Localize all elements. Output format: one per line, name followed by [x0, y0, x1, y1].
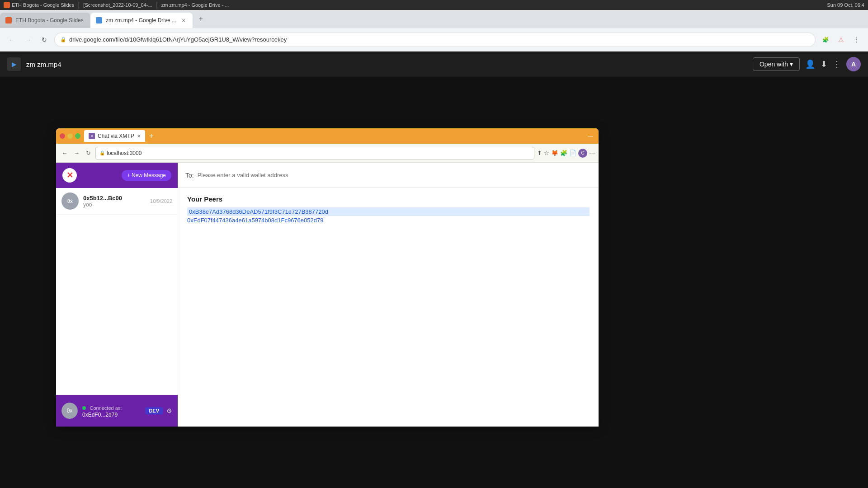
- xmtp-main: To: Your Peers 0xB38e7Ad3768d36DeAD571f9…: [178, 163, 599, 427]
- connected-dot: [82, 406, 86, 410]
- peer-item-2[interactable]: 0xEdF07f447436a4e61a5974b08d1Fc9676e052d…: [187, 216, 590, 225]
- inner-tab-xmtp[interactable]: ✕ Chat via XMTP ✕: [84, 130, 145, 142]
- footer-avatar-img: 0x: [61, 403, 78, 419]
- download-icon[interactable]: ⬇: [821, 59, 827, 69]
- window-controls: [60, 133, 80, 139]
- extensions-icon[interactable]: 🧩: [819, 33, 832, 46]
- dev-badge: DEV: [145, 407, 163, 414]
- inner-forward-button[interactable]: →: [72, 149, 81, 157]
- url-text: drive.google.com/file/d/10GfwIklq61OtNAr…: [69, 36, 287, 43]
- conversation-avatar: 0x: [61, 192, 79, 210]
- tab2-title: zm zm.mp4 - Google Drive ...: [106, 17, 176, 23]
- account-icon[interactable]: 👤: [805, 59, 815, 69]
- chrome-address-bar: ← → ↻ 🔒 drive.google.com/file/d/10GfwIkl…: [0, 28, 868, 52]
- peers-title: Your Peers: [187, 195, 590, 203]
- conversation-item[interactable]: 0x 0x5b12...Bc00 yoo 10/9/2022: [56, 188, 178, 215]
- taskbar-separator2: |: [156, 1, 158, 9]
- chrome-toolbar-right: 🧩 ⚠ ⋮: [819, 33, 863, 46]
- conversation-info: 0x5b12...Bc00 yoo: [83, 195, 146, 208]
- inner-new-tab-button[interactable]: +: [147, 131, 156, 141]
- taskbar-tab2-label[interactable]: [Screenshot_2022-10-09_04-...: [83, 2, 152, 8]
- conversation-name: 0x5b12...Bc00: [83, 195, 146, 202]
- chrome-tab-bar: ETH Bogota - Google Slides zm zm.mp4 - G…: [0, 10, 868, 28]
- inner-back-button[interactable]: ←: [60, 149, 69, 157]
- settings-icon[interactable]: ⚙: [166, 407, 172, 414]
- inner-tab-bar: ✕ Chat via XMTP ✕ +: [84, 130, 582, 142]
- chrome-tab-1[interactable]: ETH Bogota - Google Slides: [0, 13, 90, 28]
- minimize-dot[interactable]: [67, 133, 73, 139]
- conversation-date: 10/9/2022: [150, 198, 172, 204]
- inner-browser-window: ✕ Chat via XMTP ✕ + — ← → ↻ 🔒 localhost:…: [56, 128, 599, 427]
- footer-right: DEV ⚙: [145, 407, 172, 414]
- connected-label: Connected as:: [90, 405, 122, 411]
- drive-content-area: ✕ Chat via XMTP ✕ + — ← → ↻ 🔒 localhost:…: [0, 77, 868, 488]
- lock-icon: 🔒: [60, 37, 66, 42]
- inner-bookmark-icon[interactable]: ☆: [544, 150, 549, 156]
- maximize-dot[interactable]: [75, 133, 80, 139]
- tab2-close-icon[interactable]: ✕: [180, 17, 187, 24]
- chevron-down-icon: ▾: [790, 61, 793, 68]
- footer-address: 0xEdF0...2d79: [82, 412, 141, 418]
- to-input[interactable]: [198, 172, 591, 178]
- to-label: To:: [185, 172, 194, 179]
- reload-button[interactable]: ↻: [38, 33, 51, 46]
- taskbar-left: ETH Bogota - Google Slides | [Screenshot…: [4, 1, 229, 9]
- inner-upload-icon[interactable]: ⬆: [537, 150, 542, 156]
- drive-topbar: ▶ zm zm.mp4 Open with ▾ 👤 ⬇ ⋮ A: [0, 52, 868, 77]
- tab2-favicon: [96, 17, 102, 23]
- xmtp-logo-symbol: ✕: [66, 170, 73, 180]
- more-options-drive-icon[interactable]: ⋮: [833, 59, 841, 69]
- more-options-icon[interactable]: ⋮: [850, 33, 863, 46]
- inner-puzzle-icon[interactable]: 🧩: [560, 150, 567, 156]
- taskbar-datetime: Sun 09 Oct, 06:4: [827, 2, 864, 8]
- warning-icon[interactable]: ⚠: [835, 33, 847, 46]
- avatar-placeholder: 0x: [67, 198, 73, 204]
- inner-tab-title: Chat via XMTP: [98, 133, 134, 139]
- new-message-button[interactable]: + New Message: [122, 170, 171, 181]
- inner-more-icon[interactable]: ⋯: [589, 150, 595, 156]
- peer-item-1[interactable]: 0xB38e7Ad3768d36DeAD571f9f3C71e727B38772…: [187, 207, 590, 216]
- browser-window: ETH Bogota - Google Slides zm zm.mp4 - G…: [0, 10, 868, 488]
- inner-window-minimize-icon[interactable]: —: [586, 131, 595, 141]
- open-with-button[interactable]: Open with ▾: [753, 57, 800, 71]
- xmtp-sidebar: ✕ + New Message 0x 0x5b12...Bc00: [56, 163, 178, 427]
- tab1-title: ETH Bogota - Google Slides: [15, 17, 85, 23]
- xmtp-app: ✕ + New Message 0x 0x5b12...Bc00: [56, 163, 599, 427]
- chrome-tab-2[interactable]: zm zm.mp4 - Google Drive ... ✕: [90, 13, 193, 28]
- user-avatar[interactable]: A: [846, 57, 861, 71]
- new-tab-button[interactable]: +: [194, 13, 207, 25]
- inner-reload-button[interactable]: ↻: [84, 149, 93, 157]
- open-with-label: Open with: [760, 61, 788, 68]
- xmtp-footer: 0x Connected as: 0xEdF0...2d79 DEV ⚙: [56, 395, 178, 427]
- inner-toolbar-right: ⬆ ☆ 🦊 🧩 📄 C ⋯: [537, 149, 595, 158]
- inner-lock-icon: 🔒: [99, 150, 105, 155]
- taskbar-tab3-label[interactable]: zm zm.mp4 - Google Drive - ...: [161, 2, 229, 8]
- os-taskbar: ETH Bogota - Google Slides | [Screenshot…: [0, 0, 868, 10]
- to-bar: To:: [178, 163, 599, 188]
- inner-tab-close-icon[interactable]: ✕: [137, 134, 141, 139]
- tab1-favicon: [5, 17, 12, 23]
- xmtp-tab-favicon: ✕: [89, 133, 95, 139]
- xmtp-logo: ✕: [62, 168, 77, 183]
- taskbar-separator: |: [78, 1, 80, 9]
- inner-firefox-icon[interactable]: 🦊: [551, 150, 558, 156]
- back-button[interactable]: ←: [5, 33, 18, 46]
- close-dot[interactable]: [60, 133, 65, 139]
- url-bar[interactable]: 🔒 drive.google.com/file/d/10GfwIklq61OtN…: [54, 33, 816, 47]
- inner-address-bar: ← → ↻ 🔒 localhost:3000 ⬆ ☆ 🦊 🧩 📄 C ⋯: [56, 144, 599, 163]
- inner-url-text: localhost:3000: [107, 150, 142, 156]
- forward-button[interactable]: →: [22, 33, 34, 46]
- conversation-list: 0x 0x5b12...Bc00 yoo 10/9/2022: [56, 188, 178, 395]
- inner-profile-icon[interactable]: C: [578, 149, 587, 158]
- xmtp-sidebar-header: ✕ + New Message: [56, 163, 178, 188]
- inner-url-bar[interactable]: 🔒 localhost:3000: [95, 147, 534, 160]
- conversation-preview: yoo: [83, 202, 146, 208]
- drive-topbar-icons: 👤 ⬇ ⋮ A: [805, 57, 861, 71]
- taskbar-right: Sun 09 Oct, 06:4: [827, 2, 864, 8]
- footer-info: Connected as: 0xEdF0...2d79: [82, 404, 141, 418]
- taskbar-tab1-label[interactable]: ETH Bogota - Google Slides: [12, 2, 74, 8]
- inner-reader-icon[interactable]: 📄: [569, 150, 576, 156]
- footer-avatar: 0x: [61, 403, 78, 419]
- file-type-icon: ▶: [12, 61, 17, 68]
- inner-title-bar: ✕ Chat via XMTP ✕ + —: [56, 128, 599, 144]
